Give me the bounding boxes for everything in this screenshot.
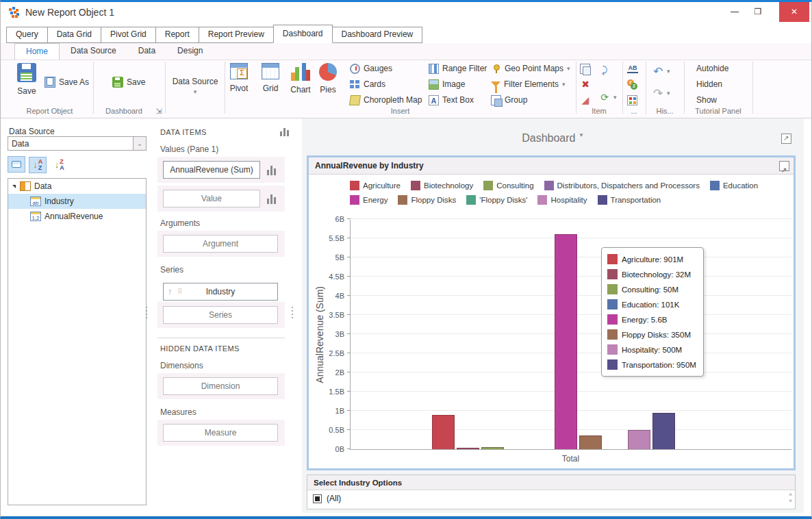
legend-entry[interactable]: Energy: [350, 195, 388, 205]
insert-geo-point-maps-button[interactable]: Geo Point Maps ▾: [491, 62, 570, 75]
color-scheme-button[interactable]: [627, 93, 637, 107]
tree-node-data[interactable]: Data: [8, 179, 146, 194]
legend-swatch: [537, 195, 547, 205]
insert-range-filter-button[interactable]: Range Filter: [429, 62, 487, 75]
insert-filter-elements-button[interactable]: Filter Elements ▾: [491, 77, 566, 91]
document-tab[interactable]: Query: [6, 27, 48, 43]
data-item-measure-placeholder[interactable]: Measure: [163, 424, 278, 442]
filter-item[interactable]: Select Industry Options (All) ˄ ˅: [307, 474, 796, 509]
save-as-button[interactable]: Save As: [45, 75, 89, 89]
close-button[interactable]: ✕: [779, 2, 809, 22]
delete-item-button[interactable]: ✖: [580, 77, 591, 91]
legend-entry[interactable]: Education: [710, 181, 758, 190]
insert-group-button[interactable]: Group: [491, 93, 527, 107]
chart-item[interactable]: AnnualRevenue by Industry Agriculture Bi…: [307, 155, 796, 470]
dashboard-title[interactable]: Dashboard ▼: [302, 132, 804, 144]
document-tab[interactable]: Dashboard: [273, 25, 333, 43]
document-tab[interactable]: Data Grid: [47, 27, 101, 43]
expand-triangle-icon[interactable]: [12, 185, 16, 188]
legend-entry[interactable]: Floppy Disks: [398, 195, 456, 205]
export-chart-icon[interactable]: [779, 161, 789, 171]
bar-Biotechnology[interactable]: [457, 448, 479, 449]
data-item-value-placeholder[interactable]: Value: [163, 190, 260, 207]
edit-names-button[interactable]: AB: [627, 62, 638, 75]
save-report-button[interactable]: Save: [9, 62, 45, 105]
select-all-checkbox[interactable]: [313, 494, 322, 503]
flat-view-button[interactable]: [8, 156, 25, 173]
hidden-button[interactable]: Hidden: [696, 77, 722, 91]
duplicate-item-button[interactable]: [580, 62, 590, 75]
insert-image-button[interactable]: Image: [429, 77, 465, 91]
save-dashboard-button[interactable]: Save: [112, 75, 145, 89]
legend-entry[interactable]: Hospitality: [537, 195, 587, 205]
insert-cards-button[interactable]: Cards: [350, 77, 385, 91]
legend-entry[interactable]: Distributors, Dispatchers and Processors: [544, 181, 700, 190]
undo-button[interactable]: ↶ ▾: [652, 64, 670, 78]
data-item-argument-placeholder[interactable]: Argument: [163, 235, 278, 253]
data-item-annualrevenue-sum[interactable]: AnnualRevenue (Sum): [163, 161, 260, 179]
save-label: Save: [9, 86, 45, 96]
dialog-launcher-icon[interactable]: ⇲: [154, 107, 164, 116]
title-menu-icon[interactable]: ▼: [579, 132, 584, 138]
bar-chart-type-icon[interactable]: [267, 164, 278, 175]
bar-Consulting[interactable]: [481, 447, 504, 449]
legend-label: Floppy Disks: [411, 196, 456, 204]
panel-splitter-handle[interactable]: [292, 307, 293, 318]
legend-entry[interactable]: Transportation: [598, 195, 661, 205]
bar-Hospitality[interactable]: [628, 430, 650, 449]
document-tab[interactable]: Report Preview: [199, 27, 274, 43]
document-tab[interactable]: Pivot Grid: [101, 27, 156, 43]
data-item-series-placeholder[interactable]: Series: [163, 306, 278, 324]
bar-Transportation[interactable]: [652, 413, 675, 449]
autohide-button[interactable]: Autohide: [696, 62, 728, 75]
clear-item-button[interactable]: ◢: [580, 93, 591, 107]
color-scheme-icon: [627, 95, 637, 105]
bar-chart-type-icon[interactable]: [267, 193, 278, 204]
legend-entry[interactable]: Agriculture: [350, 181, 401, 190]
export-dashboard-icon[interactable]: [781, 134, 791, 144]
document-tab[interactable]: Dashboard Preview: [332, 27, 423, 43]
bar-Floppy Disks[interactable]: [579, 435, 602, 449]
data-source-dropdown-button[interactable]: Data Source ▾: [170, 62, 220, 105]
insert-choropleth-button[interactable]: Choropleth Map: [350, 93, 422, 107]
select-all-label[interactable]: (All): [327, 494, 341, 503]
redo-button[interactable]: ↷ ▾: [652, 86, 670, 100]
currency-button[interactable]: €$: [627, 77, 637, 91]
tree-node-annualrevenue[interactable]: 1,2 AnnualRevenue: [8, 209, 146, 224]
ribbon-tab[interactable]: Design: [166, 43, 214, 60]
data-item-dimension-placeholder[interactable]: Dimension: [163, 377, 278, 395]
legend-entry[interactable]: 'Floppy Disks': [466, 195, 527, 205]
chevron-down-icon[interactable]: ⌄: [133, 137, 146, 150]
bar-Energy[interactable]: [555, 234, 577, 449]
sort-ascending-button[interactable]: ↓AZ: [29, 157, 47, 173]
legend-label: Transportation: [611, 196, 661, 204]
insert-pivot-button[interactable]: Pivot: [221, 62, 257, 105]
tooltip-row: Transportation: 950M: [607, 359, 698, 370]
tree-node-industry[interactable]: ab Industry: [8, 194, 146, 209]
ribbon-tab[interactable]: Data Source: [60, 43, 127, 60]
convert-item-button[interactable]: ⤸: [599, 63, 610, 77]
ribbon-tab[interactable]: Data: [127, 43, 166, 60]
bar-Agriculture[interactable]: [432, 415, 455, 449]
document-tab[interactable]: Report: [155, 27, 199, 43]
data-item-industry[interactable]: ↑ ⠿ Industry: [163, 283, 278, 301]
chart-item-title: AnnualRevenue by Industry: [315, 161, 424, 170]
data-source-combo[interactable]: Data ⌄: [8, 136, 147, 151]
insert-pies-button[interactable]: Pies: [310, 62, 346, 105]
legend-entry[interactable]: Biotechnology: [411, 181, 473, 190]
scroll-up-icon[interactable]: ˄: [789, 492, 792, 498]
legend-entry[interactable]: Consulting: [483, 181, 533, 190]
save-icon: [17, 63, 36, 82]
ribbon-tab[interactable]: Home: [14, 43, 60, 60]
insert-gauges-button[interactable]: Gauges: [350, 62, 392, 75]
sort-descending-button[interactable]: ↓ZA: [51, 157, 68, 173]
show-button[interactable]: Show: [696, 93, 717, 107]
maximize-button[interactable]: ❐: [747, 2, 769, 22]
insert-text-box-button[interactable]: AText Box: [429, 93, 474, 107]
scroll-down-icon[interactable]: ˅: [789, 498, 792, 504]
convert-to-button[interactable]: ⟳ ▾: [599, 90, 617, 104]
add-chart-icon[interactable]: [280, 125, 291, 136]
tooltip-text: Consulting: 50M: [622, 286, 678, 294]
panel-splitter-handle[interactable]: [146, 307, 147, 318]
minimize-button[interactable]: —: [724, 2, 746, 22]
